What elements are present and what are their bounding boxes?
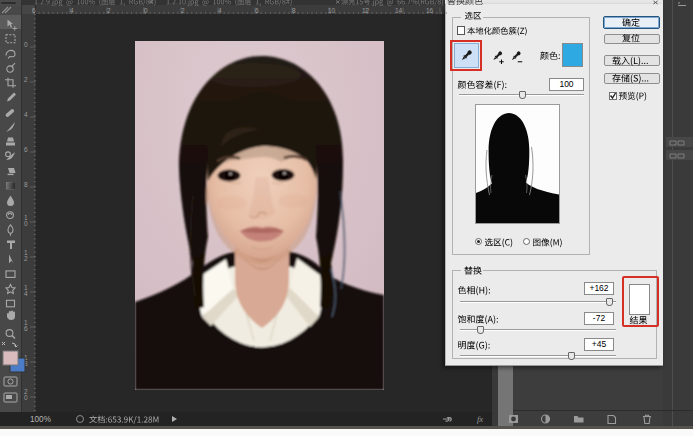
svg-text:6: 6	[24, 146, 28, 153]
svg-text:0: 0	[24, 41, 28, 48]
svg-text:0: 0	[24, 220, 28, 227]
svg-text:14: 14	[395, 7, 403, 14]
svg-text:2: 2	[107, 7, 111, 14]
svg-text:8: 8	[292, 7, 296, 14]
svg-text:6: 6	[24, 325, 28, 332]
svg-text:fx: fx	[477, 414, 483, 424]
svg-text:2: 2	[24, 255, 28, 262]
svg-text:4: 4	[24, 290, 28, 297]
svg-text:4: 4	[24, 111, 28, 118]
svg-text:4: 4	[70, 7, 74, 14]
svg-text:6: 6	[32, 7, 36, 14]
svg-text:16: 16	[426, 7, 434, 14]
svg-text:4: 4	[218, 7, 222, 14]
svg-text:0: 0	[24, 394, 28, 401]
svg-text:2: 2	[24, 76, 28, 83]
svg-text:6: 6	[255, 7, 259, 14]
svg-text:8: 8	[24, 181, 28, 188]
svg-text:10: 10	[328, 7, 336, 14]
svg-text:12: 12	[362, 7, 370, 14]
svg-text:2: 2	[181, 7, 185, 14]
svg-text:0: 0	[144, 7, 148, 14]
